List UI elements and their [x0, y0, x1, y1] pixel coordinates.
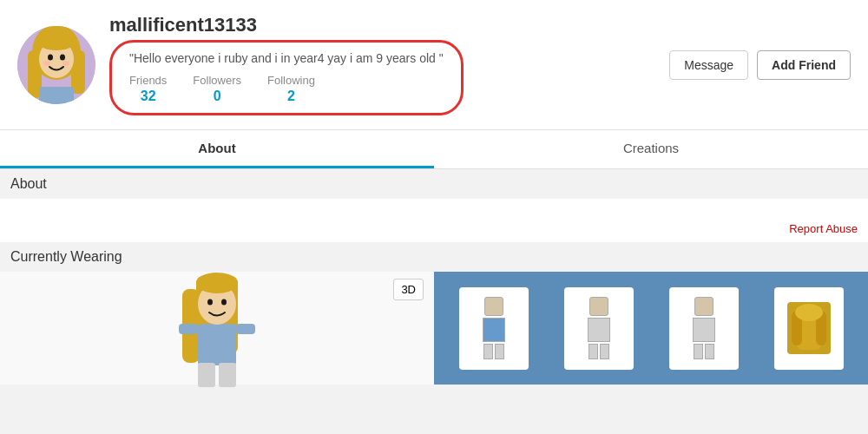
following-stat: Following 2 — [267, 74, 315, 104]
about-section-title: About — [0, 169, 868, 199]
username: mallificent13133 — [109, 14, 652, 36]
item-card-3[interactable] — [669, 287, 739, 370]
btn-3d[interactable]: 3D — [393, 279, 424, 300]
profile-info: mallificent13133 "Hello everyone i ruby … — [109, 14, 652, 115]
profile-header: mallificent13133 "Hello everyone i ruby … — [0, 0, 868, 130]
about-content: Report Abuse — [0, 199, 868, 242]
avatar — [17, 26, 95, 104]
currently-wearing-title: Currently Wearing — [0, 242, 868, 272]
tab-about[interactable]: About — [0, 130, 434, 168]
followers-value: 0 — [193, 89, 241, 104]
char-leg-right — [495, 344, 504, 359]
svg-point-25 — [795, 304, 823, 321]
stats-row: Friends 32 Followers 0 Following 2 — [129, 74, 444, 104]
report-abuse-link[interactable]: Report Abuse — [789, 222, 858, 235]
item-figure-3 — [693, 297, 715, 359]
char-leg-left — [483, 344, 493, 359]
svg-point-17 — [207, 299, 213, 306]
add-friend-button[interactable]: Add Friend — [757, 50, 851, 80]
highlight-box: "Hello everyone i ruby and i in year4 ya… — [109, 40, 464, 115]
svg-rect-10 — [39, 87, 74, 104]
tabs-bar: About Creations — [0, 130, 868, 169]
char-head-3 — [694, 297, 713, 316]
wearing-preview: 3D — [0, 272, 434, 385]
char-head-2 — [589, 297, 608, 316]
following-value: 2 — [267, 89, 315, 104]
svg-rect-20 — [179, 324, 198, 334]
svg-rect-21 — [236, 324, 255, 334]
svg-point-18 — [221, 299, 227, 306]
char-legs-2 — [589, 344, 609, 359]
gold-hair-item — [787, 302, 831, 354]
svg-point-19 — [196, 273, 238, 293]
friends-stat: Friends 32 — [129, 74, 167, 104]
char-body-2 — [588, 318, 610, 342]
item-card-4[interactable] — [774, 287, 844, 370]
friends-value: 32 — [129, 89, 167, 104]
header-buttons: Message Add Friend — [652, 50, 851, 80]
char-leg-left-2 — [589, 344, 598, 359]
followers-stat: Followers 0 — [193, 74, 241, 104]
char-legs-3 — [694, 344, 714, 359]
item-figure-2 — [588, 297, 610, 359]
svg-rect-13 — [198, 324, 236, 365]
svg-rect-14 — [198, 363, 215, 387]
wearing-items — [434, 272, 868, 385]
wearing-content: 3D — [0, 272, 868, 385]
svg-rect-15 — [219, 363, 236, 387]
item-card-1[interactable] — [459, 287, 529, 370]
item-figure-1 — [483, 297, 505, 359]
char-legs — [483, 344, 504, 359]
message-button[interactable]: Message — [669, 50, 748, 80]
svg-point-8 — [62, 61, 69, 66]
char-leg-right-3 — [705, 344, 714, 359]
following-label: Following — [267, 74, 315, 87]
char-body — [483, 318, 505, 342]
char-leg-left-3 — [694, 344, 703, 359]
item-card-2[interactable] — [564, 287, 634, 370]
followers-label: Followers — [193, 74, 241, 87]
friends-label: Friends — [129, 74, 167, 87]
tab-creations[interactable]: Creations — [434, 130, 868, 168]
svg-point-5 — [48, 54, 53, 60]
char-head — [484, 297, 503, 316]
svg-point-7 — [43, 61, 50, 66]
char-leg-right-2 — [600, 344, 609, 359]
char-body-3 — [693, 318, 715, 342]
bio-text: "Hello everyone i ruby and i in year4 ya… — [129, 51, 444, 65]
svg-point-9 — [37, 33, 76, 50]
svg-point-6 — [60, 54, 65, 60]
